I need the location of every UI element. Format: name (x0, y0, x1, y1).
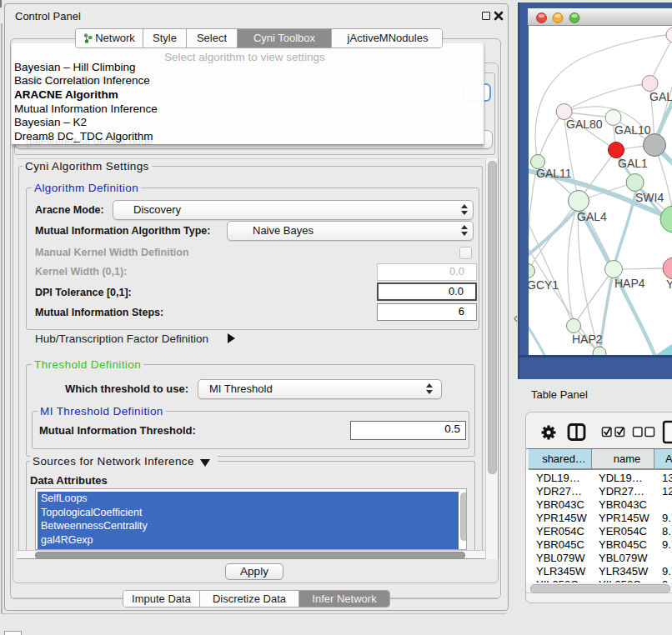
svg-text:HAP4: HAP4 (614, 277, 645, 290)
svg-text:GAL11: GAL11 (536, 167, 572, 180)
svg-text:GAL80: GAL80 (566, 118, 603, 131)
svg-text:Y: Y (666, 278, 672, 291)
svg-text:HAP2: HAP2 (572, 332, 603, 346)
svg-text:GAL10: GAL10 (614, 123, 651, 137)
svg-text:SWI4: SWI4 (635, 191, 664, 204)
svg-text:GAL: GAL (649, 90, 672, 103)
svg-text:GAL4: GAL4 (577, 210, 607, 223)
svg-text:GAL1: GAL1 (618, 157, 648, 170)
svg-text:GCY1: GCY1 (529, 278, 559, 292)
